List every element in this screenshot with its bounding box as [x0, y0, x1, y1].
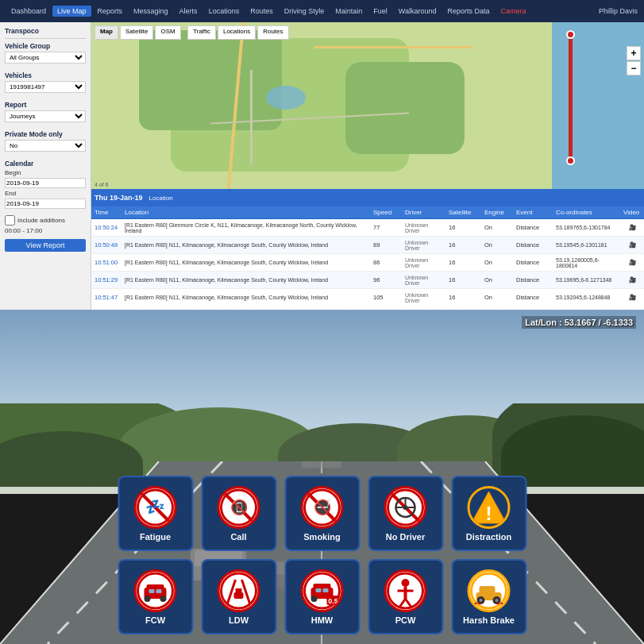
svg-text:📵: 📵 [230, 499, 249, 516]
th-satellite: Satellite [445, 206, 481, 218]
no-driver-icon-symbol [384, 486, 427, 529]
vehicle-group-select[interactable]: All Groups [5, 52, 86, 64]
end-date-input[interactable] [5, 199, 86, 209]
nav-camera[interactable]: Camera [496, 6, 530, 17]
hmw-label: HMW [311, 615, 334, 625]
table-row[interactable]: 10:50:24 [R1 Eastern R80] Glenmore Circl… [91, 219, 644, 237]
nav-messaging[interactable]: Messaging [129, 6, 173, 17]
nav-alerts[interactable]: Alerts [175, 6, 202, 17]
nav-driving-style[interactable]: Driving Style [280, 6, 330, 17]
th-event: Event [513, 206, 553, 218]
begin-label: Begin [5, 169, 21, 176]
cell-time: 10:51:00 [91, 257, 121, 268]
event-hmw-button[interactable]: 0.5 HMW [284, 559, 360, 634]
view-report-button[interactable]: View Report [5, 239, 86, 252]
include-checkbox[interactable] [5, 215, 15, 226]
nav-reports-data[interactable]: Reports Data [442, 6, 494, 17]
nav-locations[interactable]: Locations [204, 6, 245, 17]
vehicles-select[interactable]: 1919981497 [5, 81, 86, 93]
cell-driver: Unknown Driver [402, 273, 445, 287]
call-label: Call [230, 532, 246, 542]
cell-video[interactable]: 🎥 [620, 275, 644, 285]
table-row[interactable]: 10:51:47 [R1 Eastern R80] N11, Kilmacano… [91, 289, 644, 305]
time-range: 00:00 - 17:00 [5, 227, 42, 234]
th-speed: Speed [370, 206, 402, 218]
nav-reports[interactable]: Reports [93, 6, 128, 17]
map-tab-satellite[interactable]: Satellite [120, 25, 153, 40]
end-label: End [5, 190, 16, 197]
svg-point-58 [496, 599, 499, 602]
cell-location: [R1 Eastern R80] N11, Kilmacanoge, Kilma… [121, 293, 370, 302]
cell-coords: 53.189765,6-1301784 [553, 223, 620, 232]
event-harsh-brake-button[interactable]: Harsh Brake [451, 559, 526, 634]
cell-video[interactable]: 🎥 [620, 292, 644, 303]
nav-maintain[interactable]: Maintain [330, 6, 367, 17]
table-row[interactable]: 10:51:29 [R1 Eastern R80] N11, Kilmacano… [91, 272, 644, 289]
sidebar-brand: Transpoco [5, 27, 86, 35]
report-select[interactable]: Journeys [5, 110, 86, 122]
event-no-driver-button[interactable]: No Driver [368, 476, 443, 551]
ldw-icon-symbol [218, 569, 260, 612]
vehicle-group-label: Vehicle Group [5, 42, 86, 50]
cell-time: 10:50:48 [91, 240, 121, 250]
private-mode-select[interactable]: No [5, 140, 86, 152]
vehicles-label: Vehicles [5, 71, 86, 79]
fleet-management-panel: Dashboard Live Map Reports Messaging Ale… [0, 0, 644, 310]
pcw-icon-symbol [384, 569, 427, 612]
event-call-button[interactable]: 📵 Call [201, 476, 276, 551]
map-tab-osm[interactable]: OSM [155, 25, 180, 40]
zoom-in-button[interactable]: + [627, 46, 641, 60]
nav-walkaround[interactable]: Walkaround [394, 6, 442, 17]
event-fcw-button[interactable]: FCW [118, 559, 193, 634]
th-coords: Co-ordinates [553, 206, 620, 218]
map-tabs: Map Satellite OSM Traffic Locations Rout… [94, 25, 289, 40]
nav-live-map[interactable]: Live Map [52, 6, 91, 17]
event-smoking-button[interactable]: 🚭 Smoking [284, 476, 360, 551]
event-fatigue-button[interactable]: 💤 Fatigue [118, 476, 193, 551]
cell-event: Distance [513, 222, 553, 233]
event-row-1: 💤 Fatigue 📵 Call [118, 476, 526, 551]
table-body: 10:50:24 [R1 Eastern R80] Glenmore Circl… [91, 219, 644, 305]
cell-video[interactable]: 🎥 [620, 240, 644, 250]
map-tab-map[interactable]: Map [94, 25, 118, 40]
hmw-icon-symbol: 0.5 [301, 569, 344, 612]
map-tab-routes[interactable]: Routes [257, 25, 288, 40]
begin-date-input[interactable] [5, 178, 86, 188]
call-icon-symbol: 📵 [218, 486, 260, 529]
event-distraction-button[interactable]: ! Distraction [451, 476, 526, 551]
cell-video[interactable]: 🎥 [620, 257, 644, 268]
cell-time: 10:50:24 [91, 222, 121, 233]
table-row[interactable]: 10:50:48 [R1 Eastern R80] N11, Kilmacano… [91, 237, 644, 254]
cell-location: [R1 Eastern R80] Glenmore Circle K, N11,… [121, 221, 370, 235]
zoom-out-button[interactable]: − [627, 61, 641, 75]
dashcam-coords-overlay: Lat/Lon : 53.1667 / -6.1333 [522, 316, 636, 329]
cell-driver: Unknown Driver [402, 256, 445, 270]
fcw-icon-symbol [134, 569, 177, 612]
map-tab-traffic[interactable]: Traffic [187, 25, 216, 40]
cell-driver: Unknown Driver [402, 221, 445, 235]
cell-speed: 105 [370, 292, 402, 303]
nav-routes[interactable]: Routes [245, 6, 278, 17]
svg-text:💤: 💤 [145, 497, 165, 516]
nav-fuel[interactable]: Fuel [368, 6, 392, 17]
cell-engine: On [481, 292, 513, 303]
cell-satellite: 16 [445, 257, 481, 268]
cell-video[interactable]: 🎥 [620, 222, 644, 233]
event-pcw-button[interactable]: PCW [368, 559, 443, 634]
cell-location: [R1 Eastern R80] N11, Kilmacanoge, Kilma… [121, 258, 370, 267]
svg-rect-54 [480, 586, 496, 594]
svg-text:!: ! [486, 503, 492, 524]
svg-rect-31 [156, 589, 162, 593]
th-time: Time [91, 206, 121, 218]
map-tab-locations[interactable]: Locations [218, 25, 256, 40]
private-mode-label: Private Mode only [5, 130, 86, 138]
map-zoom-controls: + − [627, 46, 641, 75]
nav-dashboard[interactable]: Dashboard [6, 6, 51, 17]
event-ldw-button[interactable]: LDW [201, 559, 276, 634]
svg-text:🚭: 🚭 [314, 499, 332, 516]
cell-event: Distance [513, 275, 553, 285]
harsh-brake-label: Harsh Brake [463, 615, 515, 625]
svg-rect-6 [302, 461, 341, 468]
table-row[interactable]: 10:51:00 [R1 Eastern R80] N11, Kilmacano… [91, 254, 644, 272]
svg-rect-36 [236, 588, 242, 594]
